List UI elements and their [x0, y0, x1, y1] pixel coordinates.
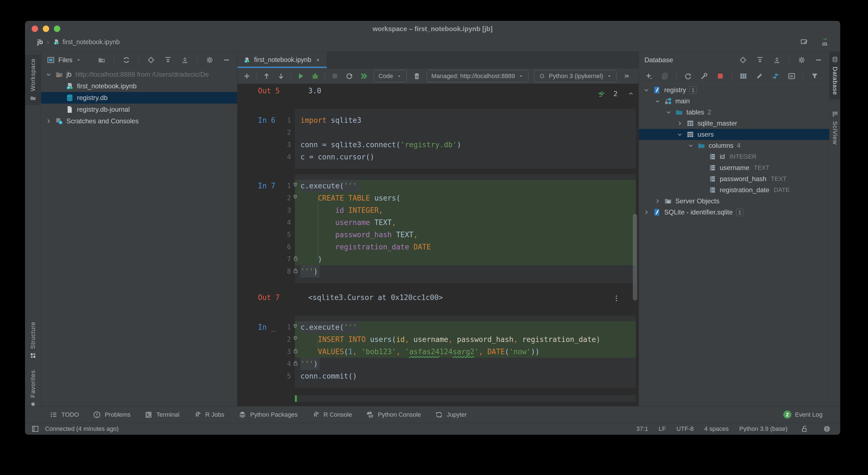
- jump-to-console-button[interactable]: [769, 70, 782, 82]
- tool-tab-sciview[interactable]: SciView: [829, 106, 840, 149]
- db-item-schema-main[interactable]: main: [639, 95, 829, 107]
- restart-kernel-button[interactable]: [343, 70, 355, 82]
- sync-button[interactable]: [120, 54, 132, 66]
- locate-button[interactable]: [737, 54, 749, 66]
- code-line[interactable]: INSERT INTO users(id, username, password…: [295, 333, 636, 346]
- code-cell-in7[interactable]: In 712345678 c.execute(''' CREATE TABLE …: [238, 174, 639, 283]
- locate-button[interactable]: [145, 54, 157, 66]
- toolwindow-problems[interactable]: Problems: [93, 411, 130, 419]
- tab-first-notebook[interactable]: IP first_notebook.ipynb: [238, 52, 327, 68]
- db-item-column-password-hash[interactable]: password_hashTEXT: [639, 173, 829, 184]
- hide-button[interactable]: [812, 54, 825, 66]
- code-line[interactable]: import sqlite3: [295, 114, 636, 126]
- db-item-column-id[interactable]: idINTEGER: [639, 151, 829, 162]
- file-item-notebook-file[interactable]: IPfirst_notebook.ipynb: [41, 80, 237, 92]
- edit-note-button[interactable]: [798, 36, 810, 48]
- kernel-selector[interactable]: Python 3 (ipykernel): [534, 70, 617, 82]
- toolwindow-terminal[interactable]: Terminal: [145, 411, 179, 419]
- cell-code-box[interactable]: import sqlite3conn = sqlite3.connect('re…: [295, 109, 636, 169]
- close-window-button[interactable]: [32, 26, 38, 32]
- code-line[interactable]: conn.commit(): [295, 370, 636, 382]
- zoom-window-button[interactable]: [54, 26, 60, 32]
- db-item-column-username[interactable]: usernameTEXT: [639, 162, 829, 173]
- tool-tab-favorites[interactable]: Favorites: [25, 366, 41, 411]
- code-line[interactable]: CREATE TABLE users(: [295, 192, 636, 204]
- add-cell-button[interactable]: [241, 70, 253, 82]
- file-item-registry-db-file[interactable]: registry.db: [41, 92, 237, 103]
- code-line[interactable]: password_hash TEXT,: [295, 229, 636, 241]
- toolwindow-r-console[interactable]: RR Console: [312, 411, 352, 419]
- code-line[interactable]: VALUES(1, 'bob123', 'asfas24124sarg2', D…: [295, 346, 636, 358]
- status-caret-position[interactable]: 37:1: [636, 425, 648, 433]
- tool-tab-structure[interactable]: Structure: [25, 318, 41, 363]
- fold-marker-icon[interactable]: [293, 182, 298, 188]
- chevron-right-icon[interactable]: [643, 209, 653, 215]
- file-item-journal-file[interactable]: registry.db-journal: [41, 103, 237, 115]
- interrupt-kernel-button[interactable]: [329, 70, 341, 82]
- code-line[interactable]: '''): [295, 265, 636, 277]
- db-item-datasource-registry[interactable]: registry1: [639, 84, 829, 95]
- breadcrumb-file[interactable]: first_notebook.ipynb: [62, 38, 120, 46]
- code-line[interactable]: c.execute(''': [295, 180, 636, 192]
- code-line[interactable]: username TEXT,: [295, 216, 636, 229]
- run-cell-button[interactable]: [294, 70, 307, 82]
- output-options-button[interactable]: [610, 293, 623, 304]
- code-cell-in_[interactable]: In _12345 c.execute(''' INSERT INTO user…: [238, 316, 639, 388]
- settings-button[interactable]: [204, 54, 216, 66]
- minimize-window-button[interactable]: [43, 26, 49, 32]
- fold-marker-icon[interactable]: [293, 335, 298, 342]
- status-encoding[interactable]: UTF-8: [676, 425, 693, 433]
- db-item-tables-group[interactable]: tables2: [639, 107, 829, 118]
- status-readonly-toggle[interactable]: [798, 423, 810, 435]
- filter-button[interactable]: [809, 70, 821, 82]
- debug-cell-button[interactable]: [309, 70, 321, 82]
- chevron-down-icon[interactable]: [45, 71, 55, 78]
- view-data-button[interactable]: [737, 70, 749, 82]
- status-notifications[interactable]: [821, 423, 833, 435]
- files-panel-title[interactable]: Files: [58, 56, 72, 64]
- tool-window-toggle-button[interactable]: [31, 425, 39, 433]
- chevron-down-icon[interactable]: [676, 131, 686, 138]
- more-actions-button[interactable]: [621, 70, 633, 82]
- toolwindow-event-log[interactable]: 2 Event Log: [783, 411, 823, 419]
- chevron-right-icon[interactable]: [654, 198, 664, 204]
- code-line[interactable]: registration_date DATE: [295, 241, 636, 253]
- move-cell-down-button[interactable]: [275, 70, 287, 82]
- modify-button[interactable]: [753, 70, 766, 82]
- status-interpreter[interactable]: Python 3.9 (base): [739, 425, 787, 433]
- magic-hat-button[interactable]: [818, 36, 831, 48]
- query-console-button[interactable]: QL: [785, 70, 798, 82]
- status-line-separator[interactable]: LF: [659, 425, 666, 433]
- db-item-table-users[interactable]: users: [639, 129, 829, 140]
- new-folder-button[interactable]: [95, 54, 108, 66]
- chevron-down-icon[interactable]: [665, 109, 675, 116]
- code-line[interactable]: ): [295, 253, 636, 265]
- collapse-all-button[interactable]: [771, 54, 783, 66]
- breadcrumb-project[interactable]: jb: [37, 38, 43, 46]
- tool-tab-workspace[interactable]: Workspace: [25, 54, 41, 105]
- delete-cell-button[interactable]: [411, 70, 423, 82]
- chevron-down-icon[interactable]: [687, 142, 697, 149]
- code-line[interactable]: '''): [295, 358, 636, 370]
- toolwindow-python-packages[interactable]: Python Packages: [238, 411, 298, 419]
- expand-all-button[interactable]: [162, 54, 174, 66]
- hide-button[interactable]: [220, 54, 233, 66]
- chevron-down-icon[interactable]: [654, 98, 664, 105]
- fold-marker-icon[interactable]: [293, 194, 298, 201]
- code-line[interactable]: [295, 126, 636, 139]
- status-indent-style[interactable]: 4 spaces: [704, 425, 728, 433]
- tool-tab-database[interactable]: Database: [829, 52, 840, 99]
- db-item-columns-group[interactable]: columns4: [639, 140, 829, 151]
- toolwindow-todo[interactable]: TODO: [50, 411, 79, 419]
- db-item-table-sqlite-master[interactable]: sqlite_master: [639, 118, 829, 129]
- toolwindow-jupyter[interactable]: Jupyter: [435, 411, 467, 419]
- code-line[interactable]: conn = sqlite3.connect('registry.db'): [295, 139, 636, 151]
- next-cell-peek[interactable]: [238, 395, 639, 402]
- previous-cell-button[interactable]: [625, 88, 637, 99]
- toolwindow-python-console[interactable]: Python Console: [366, 411, 421, 419]
- editor-scrollbar[interactable]: [633, 214, 637, 301]
- expand-all-button[interactable]: [754, 54, 766, 66]
- file-item-scratches[interactable]: Scratches and Consoles: [41, 115, 237, 127]
- chevron-down-icon[interactable]: [643, 87, 653, 93]
- cell-type-selector[interactable]: Code: [374, 70, 407, 82]
